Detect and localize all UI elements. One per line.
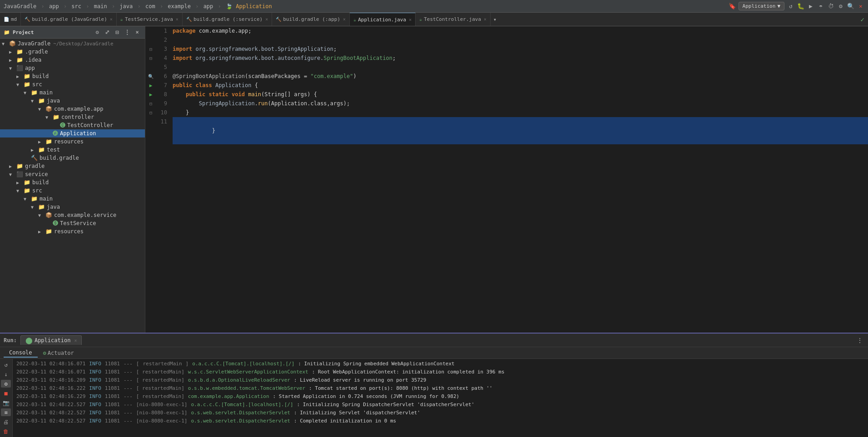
code-line-11: }: [173, 117, 868, 144]
tree-item-app[interactable]: ▼ ⬛ app: [0, 64, 145, 72]
tab-close-build-gradle-a[interactable]: ×: [343, 17, 346, 22]
folder-icon-resources-service: 📁: [45, 228, 52, 235]
rerun-icon[interactable]: ↺: [787, 3, 794, 10]
panel-menu-icon[interactable]: ⋮: [855, 336, 864, 345]
log-line-7: 2022-03-11 02:48:22.527 INFO 11081 --- […: [16, 409, 864, 417]
run-gutter-7-icon[interactable]: ▶: [149, 83, 153, 88]
tree-item-main-service[interactable]: ▼ 📁 main: [0, 195, 145, 203]
tab-scroll-arrow[interactable]: ▾: [491, 13, 499, 26]
java-icon-application: 🅐: [53, 130, 58, 137]
tree-item-application[interactable]: ▶ 🅐 Application: [0, 129, 145, 137]
sidebar-expand-icon[interactable]: ⤢: [103, 28, 111, 36]
tree-item-java[interactable]: ▼ 📁 java: [0, 97, 145, 105]
tree-label-java: java: [47, 98, 60, 104]
tree-item-main[interactable]: ▼ 📁 main: [0, 88, 145, 97]
panel-tab-actuator[interactable]: ⚙Actuator: [38, 349, 79, 357]
folder-icon-java: 📁: [38, 98, 45, 104]
tab-close-testservice[interactable]: ×: [176, 17, 179, 22]
tree-label-test: test: [47, 147, 60, 153]
code-lines[interactable]: package com.example.app; import org.spri…: [171, 26, 868, 144]
panel-clear-btn[interactable]: 🗑: [1, 427, 11, 435]
tree-arrow-build: ▶: [16, 74, 24, 79]
java-icon-testservice: 🅢: [53, 220, 58, 226]
tree-item-resources[interactable]: ▶ 📁 resources: [0, 137, 145, 146]
panel-camera-btn[interactable]: 📷: [1, 399, 11, 407]
tree-item-testcontroller[interactable]: ▶ 🅒 TestController: [0, 121, 145, 129]
sidebar-close-icon[interactable]: ×: [133, 28, 141, 36]
tree-item-resources-service[interactable]: ▶ 📁 resources: [0, 227, 145, 236]
panel-print-btn[interactable]: 🖨: [1, 418, 11, 426]
sidebar-menu-icon[interactable]: ⋮: [123, 28, 131, 36]
tree-arrow-gradle-root: ▶: [9, 164, 16, 169]
editor-content[interactable]: 1 2 ⊟ 3 ⊟ 4 5: [145, 26, 868, 333]
md-icon: 📄: [4, 17, 9, 22]
tree-item-build[interactable]: ▶ 📁 build: [0, 72, 145, 80]
tree-arrow-controller: ▼: [45, 115, 53, 120]
tree-item-javagradle[interactable]: ▼ 📦 JavaGradle ~/Desktop/JavaGradle: [0, 39, 145, 48]
panel-side-icons: ↺ ↓ ⚙ ■ 📷 ≡ 🖨 🗑: [0, 359, 13, 437]
tab-close-build-gradle-s[interactable]: ×: [265, 17, 268, 22]
debug-icon[interactable]: 🐛: [797, 3, 804, 10]
tree-item-dotgradle[interactable]: ▶ 📁 .gradle: [0, 48, 145, 56]
module-icon-app: ⬛: [16, 65, 23, 71]
tree-item-build-service[interactable]: ▶ 📁 build: [0, 178, 145, 187]
run-gutter-8-icon[interactable]: ▶: [149, 92, 153, 98]
panel-restart-btn[interactable]: ↺: [1, 361, 11, 368]
tree-arrow-javagradle: ▼: [2, 41, 9, 46]
tab-close-application[interactable]: ×: [409, 17, 412, 22]
line-gutter-2: 2: [145, 35, 171, 44]
close-button[interactable]: ×: [857, 3, 864, 10]
tree-arrow-dotgradle: ▶: [9, 49, 16, 54]
tab-build-gradle-jg[interactable]: 🔨 build.gradle (JavaGradle) ×: [21, 13, 117, 26]
panel-down-btn[interactable]: ↓: [1, 370, 11, 378]
sidebar-settings-icon[interactable]: ⚙: [93, 28, 101, 36]
tab-md-label: md: [11, 16, 17, 22]
tab-close-build-gradle-jg[interactable]: ×: [110, 17, 113, 22]
tree-item-src[interactable]: ▼ 📁 src: [0, 80, 145, 88]
tab-testcontroller[interactable]: ☕ TestController.java ×: [416, 13, 491, 26]
tab-testservice[interactable]: ☕ TestService.java ×: [117, 13, 183, 26]
console-area[interactable]: 2022-03-11 02:48:16.071 INFO 11081 --- […: [13, 359, 868, 437]
tab-close-testcontroller[interactable]: ×: [484, 17, 486, 22]
panel-wrap-btn[interactable]: ≡: [1, 408, 11, 416]
line-gutter-5: 5: [145, 63, 171, 72]
tree-arrow-com-example-service: ▼: [38, 213, 45, 218]
panel-stop-btn[interactable]: ■: [1, 389, 11, 397]
tab-build-gradle-a[interactable]: 🔨 build.gradle (:app) ×: [272, 13, 350, 26]
search-icon[interactable]: 🔍: [847, 3, 854, 10]
profile-icon[interactable]: ⏱: [827, 3, 834, 10]
settings-icon[interactable]: ⚙: [837, 3, 844, 10]
line-gutter-9: ⊟ 9: [145, 99, 171, 108]
tree-item-java-service[interactable]: ▼ 📁 java: [0, 203, 145, 211]
coverage-icon[interactable]: ☂: [817, 3, 824, 10]
run-tab-close-icon[interactable]: ×: [74, 338, 77, 343]
tree-item-gradle-root[interactable]: ▶ 📁 gradle: [0, 162, 145, 170]
tree-item-service[interactable]: ▼ ⬛ service: [0, 170, 145, 178]
bookmark-icon[interactable]: 🔖: [729, 3, 736, 10]
panel-tab-console[interactable]: Console: [4, 349, 38, 358]
tree-item-dotidea[interactable]: ▶ 📁 .idea: [0, 56, 145, 64]
tree-item-com-example-service[interactable]: ▼ 📦 com.example.service: [0, 211, 145, 219]
folder-icon-src-service: 📁: [24, 187, 30, 194]
java-icon-3: ☕: [419, 17, 422, 22]
code-line-1: package com.example.app;: [173, 26, 868, 35]
tree-item-com-example-app[interactable]: ▼ 📦 com.example.app: [0, 105, 145, 113]
tab-build-gradle-s[interactable]: 🔨 build.gradle (:service) ×: [183, 13, 272, 26]
tree-item-controller[interactable]: ▼ 📁 controller: [0, 113, 145, 121]
tree-label-main: main: [40, 89, 53, 96]
run-icon[interactable]: ▶: [807, 3, 814, 10]
tab-md[interactable]: 📄 md: [0, 13, 21, 26]
tab-application[interactable]: ☕ Application.java ×: [350, 13, 416, 26]
tree-item-src-service[interactable]: ▼ 📁 src: [0, 187, 145, 195]
panel-settings-btn[interactable]: ⚙: [1, 380, 11, 388]
tree-item-test[interactable]: ▶ 📁 test: [0, 146, 145, 154]
run-config-label: Application: [743, 3, 776, 9]
tree-label-javagradle: JavaGradle: [18, 40, 50, 47]
run-tab-application[interactable]: ⬤ Application ×: [20, 335, 82, 345]
tree-label-service: service: [25, 171, 48, 177]
tree-item-build-gradle-app[interactable]: ▶ 🔨 build.gradle: [0, 154, 145, 162]
sidebar-collapse-icon[interactable]: ⊟: [113, 28, 121, 36]
tree-item-testservice[interactable]: ▶ 🅢 TestService: [0, 219, 145, 227]
title-bar-right: 🔖 Application ▼ ↺ 🐛 ▶ ☂ ⏱ ⚙ 🔍 ×: [729, 2, 864, 10]
run-config-selector[interactable]: Application ▼: [739, 2, 784, 10]
